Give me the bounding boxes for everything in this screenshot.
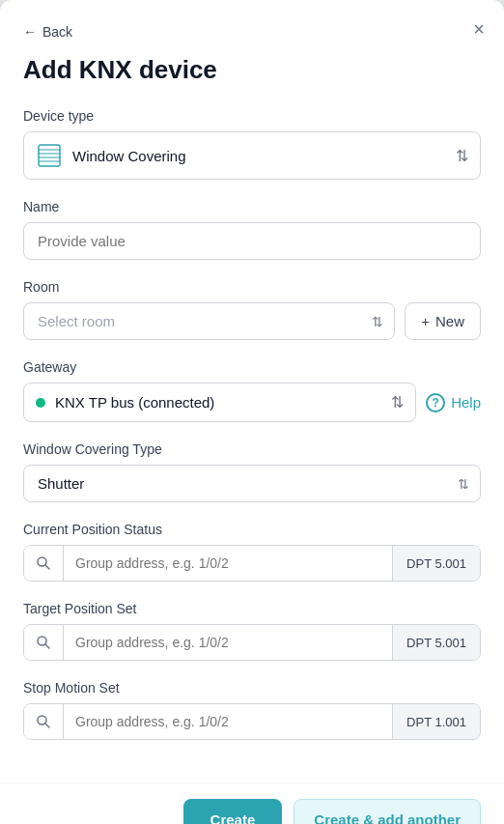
stop-motion-search-button[interactable] [24, 704, 64, 739]
window-covering-type-group: Window Covering Type Shutter ⇅ [23, 441, 481, 502]
page-title: Add KNX device [23, 55, 481, 85]
device-type-chevron-icon: ⇅ [456, 147, 468, 165]
shutter-select[interactable]: Shutter [23, 465, 481, 502]
close-icon: × [473, 18, 485, 40]
gateway-chevron-icon: ⇅ [391, 393, 404, 412]
stop-motion-label: Stop Motion Set [23, 680, 481, 696]
search-icon [36, 714, 51, 729]
create-button[interactable]: Create [183, 799, 283, 824]
search-icon [36, 635, 51, 650]
gateway-value: KNX TP bus (connected) [55, 394, 391, 411]
device-type-label: Device type [23, 108, 481, 124]
target-position-input[interactable] [64, 625, 392, 660]
gateway-select-container: KNX TP bus (connected) ⇅ [23, 383, 416, 422]
name-group: Name [23, 199, 481, 260]
back-link[interactable]: ← Back [23, 24, 72, 40]
help-label: Help [451, 394, 481, 411]
current-position-dpt: DPT 5.001 [392, 546, 480, 581]
back-arrow-icon: ← [23, 24, 37, 40]
window-covering-type-label: Window Covering Type [23, 441, 481, 457]
device-type-select[interactable]: Window Covering ⇅ [23, 131, 481, 180]
gateway-row: KNX TP bus (connected) ⇅ ? Help [23, 383, 481, 422]
help-icon: ? [426, 393, 445, 412]
room-select-wrapper: Select room ⇅ [23, 302, 395, 340]
device-type-group: Device type Window Covering ⇅ [23, 108, 481, 180]
current-position-row: DPT 5.001 [23, 545, 481, 582]
modal: × ← Back Add KNX device Device type Wind… [0, 0, 504, 824]
new-room-button[interactable]: + New [405, 302, 481, 340]
svg-rect-0 [39, 145, 60, 166]
footer-buttons: Create Create & add another [0, 782, 504, 824]
plus-icon: + [421, 313, 430, 329]
create-add-another-button[interactable]: Create & add another [294, 799, 481, 824]
gateway-label: Gateway [23, 359, 481, 375]
room-label: Room [23, 279, 481, 295]
target-position-row: DPT 5.001 [23, 624, 481, 661]
gateway-select[interactable]: KNX TP bus (connected) ⇅ [23, 383, 416, 422]
svg-line-10 [45, 724, 49, 727]
name-input[interactable] [23, 222, 481, 260]
help-button[interactable]: ? Help [426, 393, 481, 412]
target-position-label: Target Position Set [23, 601, 481, 616]
target-position-dpt: DPT 5.001 [392, 625, 480, 660]
close-button[interactable]: × [469, 15, 489, 43]
search-icon [36, 555, 51, 571]
gateway-connected-dot [36, 398, 45, 408]
device-type-value: Window Covering [72, 148, 456, 164]
current-position-group: Current Position Status DPT 5.001 [23, 522, 481, 582]
stop-motion-group: Stop Motion Set DPT 1.001 [23, 680, 481, 740]
stop-motion-input[interactable] [64, 704, 392, 739]
window-covering-icon [36, 142, 63, 169]
back-label: Back [42, 24, 72, 40]
current-position-label: Current Position Status [23, 522, 481, 537]
current-position-search-button[interactable] [24, 546, 64, 581]
stop-motion-row: DPT 1.001 [23, 703, 481, 740]
room-select[interactable]: Select room [23, 302, 395, 340]
target-position-search-button[interactable] [24, 625, 64, 660]
gateway-group: Gateway KNX TP bus (connected) ⇅ ? Help [23, 359, 481, 422]
name-label: Name [23, 199, 481, 214]
room-group: Room Select room ⇅ + New [23, 279, 481, 340]
target-position-group: Target Position Set DPT 5.001 [23, 601, 481, 661]
shutter-select-wrapper: Shutter ⇅ [23, 465, 481, 502]
current-position-input[interactable] [64, 546, 392, 581]
room-row: Select room ⇅ + New [23, 302, 481, 340]
svg-line-6 [45, 565, 49, 569]
new-label: New [435, 313, 464, 329]
stop-motion-dpt: DPT 1.001 [392, 704, 480, 739]
svg-line-8 [45, 644, 49, 648]
